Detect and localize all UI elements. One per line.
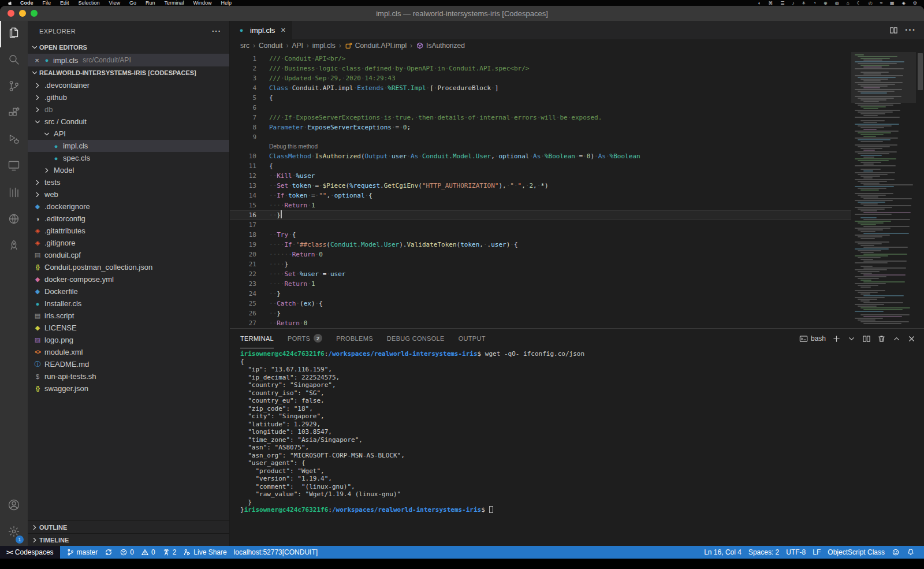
tree-item-Conduit.postman-collection.json[interactable]: {}Conduit.postman_collection.json (28, 261, 229, 273)
code-line-5[interactable]: 5{ (230, 93, 851, 103)
tree-item-tests[interactable]: tests (28, 176, 229, 188)
code-line-6[interactable]: 6 (230, 103, 851, 113)
code-line-24[interactable]: 24··} (230, 289, 851, 299)
menubar-status-icon[interactable]: ▦ (890, 1, 895, 6)
apple-menu-icon[interactable] (7, 1, 12, 6)
panel-tab-output[interactable]: OUTPUT (459, 329, 486, 348)
tree-item-README.md[interactable]: ⓘREADME.md (28, 358, 229, 370)
tree-item-Dockerfile[interactable]: ◆Dockerfile (28, 285, 229, 297)
titlebar[interactable]: impl.cls — realworld-intersystems-iris [… (0, 6, 924, 21)
tree-item-docker-compose.yml[interactable]: ◆docker-compose.yml (28, 273, 229, 285)
code-line-22[interactable]: 22····Set·%user·=·user (230, 269, 851, 279)
breadcrumb-src[interactable]: src (240, 42, 249, 50)
tree-item-.gitignore[interactable]: ◈.gitignore (28, 237, 229, 249)
activity-search[interactable] (0, 47, 28, 74)
tab-close-icon[interactable]: × (281, 25, 285, 35)
activity-remote-explorer[interactable] (0, 154, 28, 180)
minimap-slider[interactable] (851, 52, 916, 103)
code-line-25[interactable]: 25··Catch·(ex)·{ (230, 299, 851, 308)
tree-item-run-api-tests.sh[interactable]: $run-api-tests.sh (28, 370, 229, 382)
breadcrumb-IsAuthorized[interactable]: IsAuthorized (416, 42, 465, 50)
close-panel-button[interactable] (907, 334, 916, 343)
menubar-status-icon[interactable]: ✳ (802, 1, 806, 6)
code-line-13[interactable]: 13··Set·token·=·$Piece(%request.GetCgiEn… (230, 181, 851, 191)
menu-file[interactable]: File (43, 0, 51, 6)
tree-item-Model[interactable]: Model (28, 164, 229, 176)
code-line-16[interactable]: 16··} (230, 210, 851, 220)
status-host[interactable]: localhost:52773[CONDUIT] (230, 546, 321, 559)
code-line-8[interactable]: 8Parameter·ExposeServerExceptions·=·0; (230, 122, 851, 132)
split-editor-icon[interactable] (889, 26, 898, 35)
code-line-2[interactable]: 2///·Business·logic·class·defined·by·Ope… (230, 64, 851, 73)
tree-item-impl.cls[interactable]: ●impl.cls (28, 140, 229, 152)
code-line-18[interactable]: 18··Try·{ (230, 230, 851, 240)
breadcrumb-impl.cls[interactable]: impl.cls (312, 42, 336, 50)
timeline-header[interactable]: TIMELINE (28, 533, 229, 546)
code-line-11[interactable]: 11{ (230, 161, 851, 171)
tree-item-.dockerignore[interactable]: ◆.dockerignore (28, 200, 229, 213)
tree-item-spec.cls[interactable]: ●spec.cls (28, 152, 229, 164)
menubar-status-icon[interactable]: ≈ (880, 1, 882, 6)
tree-item-LICENSE[interactable]: ◆LICENSE (28, 322, 229, 334)
menubar-status-icon[interactable]: ☾ (857, 1, 861, 6)
close-window-button[interactable] (8, 10, 14, 17)
breadcrumb-Conduit.API.impl[interactable]: Conduit.API.impl (345, 42, 407, 50)
tree-item-conduit.cpf[interactable]: ▤conduit.cpf (28, 249, 229, 261)
code-line-7[interactable]: 7///·If·ExposeServerExceptions·is·true,·… (230, 113, 851, 122)
code-line-27[interactable]: 27··Return·0 (230, 318, 851, 328)
project-section-header[interactable]: REALWORLD-INTERSYSTEMS-IRIS [CODESPACES] (28, 66, 229, 79)
menubar-status-icon[interactable]: ☰ (780, 1, 784, 6)
scrollbar-slider[interactable] (918, 53, 923, 90)
menu-window[interactable]: Window (193, 0, 211, 6)
status-encoding[interactable]: UTF-8 (783, 546, 809, 559)
code-line-3[interactable]: 3///·Updated·Sep·29,·2020·14:29:43 (230, 73, 851, 83)
tree-item-API[interactable]: API (28, 128, 229, 140)
menu-code[interactable]: Code (20, 0, 33, 6)
outline-header[interactable]: OUTLINE (28, 520, 229, 533)
menubar-status-icon[interactable]: ◐ (758, 1, 761, 6)
code-line-26[interactable]: 26··} (230, 308, 851, 318)
menu-help[interactable]: Help (221, 0, 232, 6)
sidebar-more-actions-icon[interactable]: ··· (212, 27, 221, 35)
close-editor-icon[interactable]: × (32, 56, 42, 65)
activity-extensions[interactable] (0, 101, 28, 127)
menubar-status-icon[interactable]: ◈ (902, 1, 906, 6)
status-branch[interactable]: master (63, 546, 102, 559)
code-line-17[interactable]: 17 (230, 220, 851, 230)
status-sync[interactable] (101, 546, 116, 559)
menubar-status-icon[interactable]: ⌘ (768, 1, 773, 6)
activity-run-debug[interactable] (0, 127, 28, 154)
menubar-status-icon[interactable]: ◍ (835, 1, 839, 6)
terminal-dropdown[interactable] (847, 334, 856, 343)
status-cursor-position[interactable]: Ln 16, Col 4 (701, 546, 745, 559)
tree-item-swagger.json[interactable]: {}swagger.json (28, 382, 229, 395)
split-terminal-button[interactable] (862, 334, 871, 343)
status-notifications[interactable] (903, 546, 918, 559)
code-line-10[interactable]: 10ClassMethod·IsAuthorized(Output·user·A… (230, 151, 851, 161)
panel-tab-debug-console[interactable]: DEBUG CONSOLE (387, 329, 445, 348)
tree-item-db[interactable]: db (28, 103, 229, 116)
menubar-status-icon[interactable]: ⚙ (913, 1, 917, 6)
tab-impl-cls[interactable]: ● impl.cls × (230, 21, 292, 39)
tree-item-iris.script[interactable]: ▤iris.script (28, 310, 229, 322)
menubar-status-icon[interactable]: ⌂ (847, 1, 850, 6)
menu-run[interactable]: Run (146, 0, 155, 6)
minimap[interactable] (851, 52, 916, 328)
status-codespaces[interactable]: ><Codespaces (0, 546, 60, 559)
breadcrumb-Conduit[interactable]: Conduit (259, 42, 282, 50)
activity-settings[interactable]: 1 (0, 519, 28, 546)
tree-item-module.xml[interactable]: <>module.xml (28, 346, 229, 358)
status-live-share[interactable]: Live Share (180, 546, 230, 559)
status-indentation[interactable]: Spaces: 2 (745, 546, 783, 559)
code-line-9[interactable]: 9 (230, 132, 851, 142)
tree-item-Installer.cls[interactable]: ●Installer.cls (28, 297, 229, 310)
activity-globe[interactable] (0, 207, 28, 233)
tree-item-web[interactable]: web (28, 188, 229, 200)
codelens[interactable]: Debug this method (230, 142, 851, 151)
scrollbar[interactable] (916, 52, 924, 328)
menubar-status-icon[interactable]: ◔ (813, 1, 816, 6)
tree-item-.github[interactable]: .github (28, 91, 229, 103)
menu-edit[interactable]: Edit (60, 0, 69, 6)
activity-source-control[interactable] (0, 74, 28, 101)
panel-tab-problems[interactable]: PROBLEMS (336, 329, 373, 348)
